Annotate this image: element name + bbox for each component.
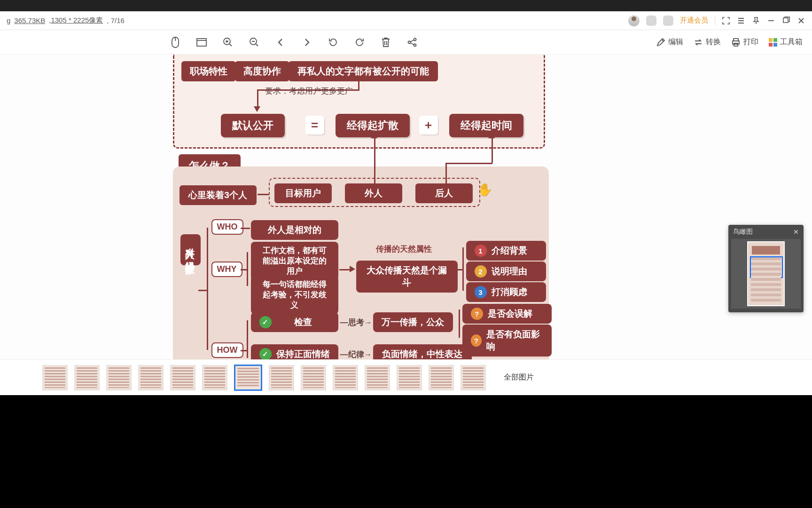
mouse-icon[interactable] (169, 36, 181, 48)
rotate-right-icon[interactable] (353, 36, 366, 48)
thumb-2[interactable] (74, 365, 100, 390)
toolbox-label: 工具箱 (780, 37, 803, 47)
thumb-4[interactable] (138, 365, 164, 390)
minimize-icon[interactable] (767, 16, 775, 25)
connector (458, 269, 462, 270)
delete-icon[interactable] (380, 36, 392, 48)
info-bar: g 365.73KB ,1305 * 2225像素 , 7/16 开通会员 (0, 11, 812, 30)
connector (241, 350, 247, 351)
fit-icon[interactable] (195, 36, 208, 48)
item-2: 2说明理由 (466, 262, 546, 281)
birdseye-body[interactable] (731, 239, 801, 309)
thumb-7-active[interactable] (234, 365, 262, 391)
connector (247, 320, 248, 358)
q2-box: ?是否有负面影响 (462, 325, 552, 357)
file-ext: g (7, 16, 10, 24)
connector (198, 290, 208, 291)
funnel-box: 大众传播天然是个漏斗 (356, 261, 458, 293)
badge-icon-2[interactable] (663, 16, 673, 26)
birdseye-panel[interactable]: 鸟瞰图 ✕ (728, 225, 804, 312)
close-icon[interactable] (797, 16, 805, 25)
arrow-up (488, 133, 495, 138)
connector (258, 194, 269, 195)
grid-icon (769, 38, 777, 47)
annotation-req: 要求：考虑用户更多更广 (265, 86, 353, 96)
item-1-label: 介绍背景 (492, 245, 527, 257)
thumb-10[interactable] (333, 365, 358, 390)
num-3: 3 (475, 286, 487, 298)
edit-button[interactable]: 编辑 (656, 37, 683, 47)
item-3-label: 打消顾虑 (492, 286, 527, 298)
arrow-right (350, 266, 355, 272)
toolbar: 编辑 转换 打印 工具箱 (0, 30, 812, 55)
vip-link[interactable]: 开通会员 (680, 16, 708, 25)
question-icon: ? (471, 308, 483, 320)
diagram-canvas: 职场特性 高度协作 再私人的文字都有被公开的可能 要求：考虑用户更多更广 默认公… (170, 55, 642, 359)
check-icon: ✓ (259, 316, 272, 328)
convert-label: 转换 (706, 37, 721, 47)
connector (207, 228, 208, 350)
birdseye-close-icon[interactable]: ✕ (793, 228, 799, 236)
question-icon: ? (471, 334, 482, 347)
rotate-left-icon[interactable] (327, 36, 339, 48)
birdseye-title: 鸟瞰图 (733, 228, 753, 236)
node-time: 经得起时间 (449, 114, 523, 137)
thumb-3[interactable] (106, 365, 132, 390)
zoom-in-icon[interactable] (222, 36, 234, 48)
connector (462, 247, 464, 291)
why-desc2: 每一句话都能经得起考验，不引发歧义 (251, 276, 338, 314)
fullscreen-icon[interactable] (722, 16, 730, 25)
connector (257, 89, 258, 108)
user-avatar[interactable] (628, 15, 640, 26)
thumb-9[interactable] (301, 365, 326, 390)
node-workplace: 职场特性 (181, 61, 236, 81)
all-images-link[interactable]: 全部图片 (504, 373, 534, 382)
image-viewer[interactable]: 职场特性 高度协作 再私人的文字都有被公开的可能 要求：考虑用户更多更广 默认公… (0, 55, 812, 359)
file-dims[interactable]: ,1305 * 2225像素 (49, 16, 103, 25)
item-1: 1介绍背景 (466, 241, 546, 261)
num-2: 2 (475, 265, 487, 278)
badge-icon[interactable] (646, 16, 656, 26)
birdseye-viewport[interactable] (750, 256, 783, 278)
thumb-12[interactable] (397, 365, 422, 390)
toolbox-button[interactable]: 工具箱 (769, 37, 803, 47)
prev-icon[interactable] (274, 36, 287, 48)
q2-label: 是否有负面影响 (486, 328, 543, 353)
connector (241, 228, 250, 229)
thumb-1[interactable] (42, 365, 68, 390)
connector (229, 70, 234, 71)
check-icon: ✓ (259, 348, 272, 359)
anno-nature: 传播的天然属性 (376, 244, 432, 254)
spread-public-box: 万一传播，公众 (373, 312, 453, 332)
thumb-11[interactable] (365, 365, 390, 390)
node-privacy: 再私人的文字都有被公开的可能 (289, 61, 438, 81)
zoom-out-icon[interactable] (248, 36, 260, 48)
file-size[interactable]: 365.73KB (14, 16, 45, 24)
connector (459, 310, 460, 338)
thumb-5[interactable] (170, 365, 195, 390)
thumb-14[interactable] (461, 365, 486, 390)
connector (358, 79, 359, 89)
who-box: WHO (211, 219, 243, 235)
who-desc: 外人是相对的 (251, 220, 338, 240)
next-icon[interactable] (301, 36, 313, 48)
convert-button[interactable]: 转换 (694, 37, 721, 47)
positive-label: 保持正面情绪 (276, 348, 330, 359)
svg-rect-10 (734, 43, 738, 46)
thumb-8[interactable] (269, 365, 294, 390)
connector (339, 269, 351, 270)
op-equals: = (305, 116, 324, 135)
thumb-6[interactable] (202, 365, 227, 390)
check-label: 检查 (276, 316, 330, 328)
print-button[interactable]: 打印 (731, 37, 758, 47)
how-box: HOW (211, 342, 243, 358)
svg-rect-9 (733, 41, 739, 44)
anno-discipline: —纪律→ (340, 349, 372, 359)
node-default-open: 默认公开 (221, 114, 285, 137)
maximize-icon[interactable] (782, 16, 790, 25)
share-icon[interactable] (406, 36, 418, 48)
pencil-icon (656, 38, 665, 47)
thumb-13[interactable] (429, 365, 454, 390)
menu-icon[interactable] (737, 16, 745, 25)
pin-icon[interactable] (752, 16, 760, 25)
